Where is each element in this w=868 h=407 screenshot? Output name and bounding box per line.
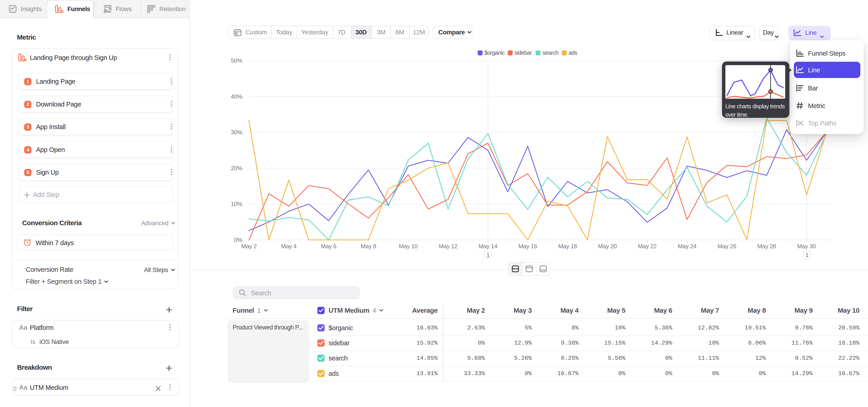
svg-text:May 12: May 12 xyxy=(439,243,458,250)
svg-text:May 18: May 18 xyxy=(558,243,577,250)
svg-text:May 8: May 8 xyxy=(361,243,376,250)
svg-text:May 30: May 30 xyxy=(797,243,816,250)
svg-text:10%: 10% xyxy=(231,200,242,207)
svg-text:50%: 50% xyxy=(231,57,242,64)
svg-text:40%: 40% xyxy=(231,93,242,100)
svg-text:May 2: May 2 xyxy=(241,243,257,250)
svg-text:May 22: May 22 xyxy=(638,243,657,250)
svg-text:May 26: May 26 xyxy=(717,243,736,250)
svg-text:May 28: May 28 xyxy=(757,243,776,250)
svg-text:May 16: May 16 xyxy=(518,243,537,250)
svg-text:May 4: May 4 xyxy=(281,243,297,250)
svg-text:May 20: May 20 xyxy=(598,243,617,250)
svg-text:May 10: May 10 xyxy=(399,243,418,250)
svg-text:0%: 0% xyxy=(234,237,242,243)
svg-text:May 6: May 6 xyxy=(321,243,336,250)
svg-text:30%: 30% xyxy=(231,129,242,136)
svg-text:May 14: May 14 xyxy=(478,243,497,250)
svg-text:May 24: May 24 xyxy=(678,243,696,250)
svg-text:20%: 20% xyxy=(231,165,242,171)
